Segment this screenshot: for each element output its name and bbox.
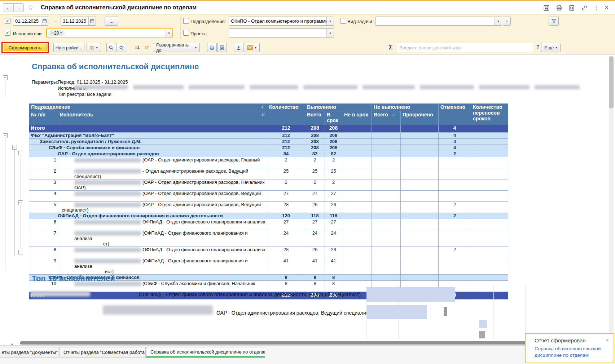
col-done-ontime[interactable]: В срок (325, 111, 342, 125)
chevron-down-icon[interactable]: ▾ (165, 29, 172, 37)
total-row[interactable]: Итого2122082084 (29, 125, 508, 133)
redacted-name (479, 85, 530, 89)
top10-chart: (ОФПиАД - Отдел финансового планирования… (29, 285, 599, 340)
back-button[interactable]: ← (3, 4, 13, 12)
favorite-star-icon[interactable]: ☆ (27, 4, 34, 12)
redacted-name (133, 85, 184, 89)
forward-button[interactable]: → (13, 4, 23, 12)
group-row[interactable]: ОФПиАД - Отдел финансового планирования … (29, 213, 508, 219)
executor-row[interactable]: 6ОФПиАД - Отдел финансового планирования… (29, 219, 508, 230)
filter-funnel-button[interactable] (549, 17, 559, 26)
search-next-button[interactable] (117, 43, 126, 52)
period-from-field[interactable]: 01.12.2025 (13, 17, 48, 26)
department-checkbox[interactable] (183, 18, 189, 24)
horizontal-scrollbar[interactable] (20, 341, 557, 345)
executor-row[interactable]: 9(ОФПиАД - Отдел финансового планировани… (29, 258, 508, 275)
col-num[interactable]: № п/п (29, 111, 58, 125)
tree-toggle[interactable]: − (18, 200, 23, 205)
col-executor[interactable]: Исполнитель (58, 111, 267, 125)
open-windows-tabbar: еты раздела "Документы"× Отчеты раздела … (0, 345, 615, 364)
task-type-checkbox[interactable] (341, 18, 346, 24)
chevron-down-icon[interactable]: ▾ (495, 17, 502, 25)
chart-fragment (479, 320, 487, 328)
project-combo[interactable]: ▾ (229, 28, 334, 37)
close-window-icon[interactable]: × (605, 4, 609, 12)
redacted-name (74, 248, 141, 252)
group-row[interactable]: ОАР - Отдел администрирования расходов84… (29, 151, 508, 157)
tree-toggle[interactable]: − (18, 250, 23, 254)
tree-toggle[interactable]: − (3, 133, 8, 138)
chevron-down-icon[interactable]: ▾ (326, 17, 334, 25)
more-button[interactable]: Еще▾ (541, 43, 561, 52)
executor-row[interactable]: 8ОФПиАД - Отдел финансового планирования… (29, 247, 508, 258)
chart-fragment (479, 331, 485, 338)
executor-row[interactable]: 3(ОАР - Отдел администрирования расходов… (29, 179, 508, 191)
sort-icon[interactable] (261, 104, 265, 110)
col-done-late[interactable]: Не в срок (342, 111, 372, 125)
col-department[interactable]: Подразделение (29, 104, 267, 111)
group-row[interactable]: Заместитель руководителя / Луженков Д.М.… (29, 139, 508, 145)
group-row[interactable]: ФБУ "Администрация "Волго-Балт"212208208… (29, 133, 508, 139)
sort-asc-button[interactable] (141, 43, 151, 52)
executors-field[interactable]: +20▾ ▾ (46, 28, 173, 37)
vertical-scrollbar-thumb[interactable] (609, 56, 614, 108)
history-nav: ← → (3, 3, 24, 12)
settings-button[interactable]: Настройки... (53, 43, 84, 52)
chevron-down-icon[interactable]: ▾ (326, 29, 334, 37)
send-mail-button[interactable]: ▾ (244, 43, 260, 52)
col-cancelled[interactable]: Отменено (439, 104, 471, 125)
tab-collaboration-reports[interactable]: Отчеты раздела "Совместная работа"× (59, 347, 146, 358)
executors-checkbox[interactable]: ✔ (5, 30, 10, 36)
word-filter-input[interactable] (397, 43, 533, 52)
sort-icon[interactable] (261, 112, 265, 117)
project-checkbox[interactable] (183, 30, 189, 36)
print-preview-button[interactable] (217, 43, 227, 52)
executor-row[interactable]: 1(ОАР - Отдел администрирования расходов… (29, 157, 508, 168)
executors-chip[interactable]: +20▾ (49, 30, 65, 36)
col-done[interactable]: Выполнено (305, 104, 372, 111)
sigma-icon[interactable]: Σ (389, 44, 393, 51)
save-file-button[interactable] (234, 43, 243, 52)
report-variants-button[interactable]: ▾ (87, 43, 101, 52)
print-button[interactable] (207, 43, 217, 52)
preview-icon[interactable] (568, 4, 575, 12)
period-more-button[interactable]: ... (105, 17, 118, 26)
col-notdone-overdue[interactable]: Просрочено (401, 111, 439, 125)
task-type-clear-button[interactable]: × (503, 17, 511, 26)
tree-toggle[interactable]: − (3, 75, 8, 80)
period-to-field[interactable]: 31.12.2025 (61, 17, 96, 26)
executor-row[interactable]: 5(ОАР - Отдел администрирования расходов… (29, 202, 508, 213)
executor-row[interactable]: 2- Отдел администрирования расходов, Вед… (29, 168, 508, 179)
tree-toggle[interactable]: − (12, 145, 17, 150)
tree-toggle[interactable]: − (18, 151, 23, 155)
col-done-total[interactable]: Всего (305, 111, 325, 125)
sort-desc-button[interactable] (132, 43, 142, 52)
col-count[interactable]: Количество (267, 104, 305, 125)
executor-row[interactable]: 4(ОАР - Отдел администрирования расходов… (29, 191, 508, 202)
period-checkbox[interactable]: ✔ (5, 18, 10, 24)
generate-report-button[interactable]: Сформировать (4, 44, 47, 51)
executor-row[interactable]: 7(ОФПиАД - Отдел финансового планировани… (29, 230, 508, 247)
group-row[interactable]: СЭиФ - Служба экономики и финансов212208… (29, 145, 508, 151)
notification-link[interactable]: Справка об исполнительской дисциплине по… (535, 346, 605, 358)
link-icon[interactable] (581, 4, 588, 12)
calendar-icon[interactable] (88, 17, 96, 25)
save-icon[interactable] (543, 4, 550, 12)
search-button[interactable] (106, 43, 116, 52)
help-icon[interactable]: ? (536, 44, 540, 50)
col-notdone[interactable]: Не выполнено (372, 104, 439, 111)
col-notdone-total[interactable]: Всего (372, 111, 401, 125)
department-label: Подразделение: (190, 19, 226, 24)
notification-close-icon[interactable]: × (606, 337, 609, 343)
tab-discipline-report[interactable]: Справка об исполнительской дисциплине по… (146, 347, 265, 358)
department-combo[interactable]: ОКиПО - Отдел компьютерного и программно… (229, 17, 334, 26)
executors-redacted (74, 85, 586, 89)
print-icon[interactable] (555, 4, 563, 12)
expand-to-button[interactable]: Разворачивать до▾ (153, 43, 200, 52)
col-reschedules[interactable]: Количество переносов сроков (471, 104, 508, 125)
task-type-combo[interactable]: ▾ (375, 17, 502, 26)
calendar-icon[interactable] (41, 17, 48, 25)
sort-icon[interactable] (392, 112, 396, 118)
tab-documents-reports[interactable]: еты раздела "Документы"× (0, 347, 58, 358)
more-menu-icon[interactable]: ⋮ (593, 4, 599, 11)
